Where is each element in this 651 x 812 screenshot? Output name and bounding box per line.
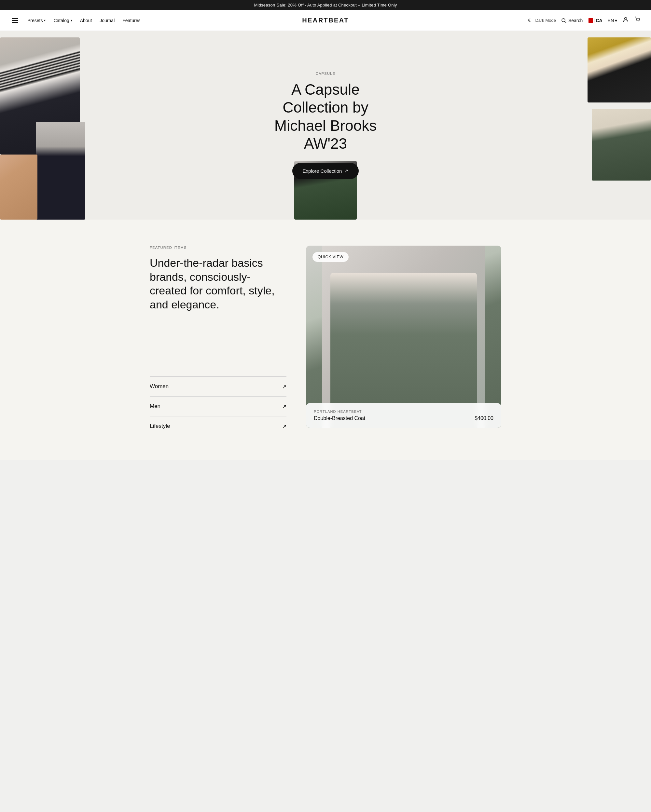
featured-section: FEATURED ITEMS Under-the-radar basics br… bbox=[0, 220, 651, 447]
featured-left: FEATURED ITEMS Under-the-radar basics br… bbox=[150, 246, 286, 436]
site-logo[interactable]: HEARTBEAT bbox=[302, 17, 348, 24]
nav-items: Presets ▾ Catalog ▾ About Journal Featur… bbox=[28, 18, 141, 23]
svg-point-3 bbox=[637, 21, 637, 22]
hero-image-man-hat bbox=[588, 37, 651, 102]
svg-rect-6 bbox=[396, 327, 411, 343]
search-button[interactable]: Search bbox=[561, 18, 583, 23]
about-label: About bbox=[80, 18, 92, 23]
dark-mode-toggle[interactable]: Dark Mode bbox=[528, 18, 556, 23]
lifestyle-label: Lifestyle bbox=[150, 423, 170, 429]
explore-collection-button[interactable]: Explore Collection ↗ bbox=[292, 163, 359, 179]
lang-label: EN bbox=[608, 18, 614, 23]
locale-selector[interactable]: CA bbox=[588, 18, 602, 23]
journal-label: Journal bbox=[99, 18, 115, 23]
search-label: Search bbox=[568, 18, 583, 23]
svg-point-13 bbox=[401, 370, 406, 375]
presets-chevron: ▾ bbox=[44, 18, 46, 22]
flag-icon bbox=[588, 18, 594, 23]
locale-label: CA bbox=[596, 18, 602, 23]
svg-point-2 bbox=[625, 18, 627, 20]
svg-point-15 bbox=[398, 340, 400, 343]
cart-button[interactable] bbox=[634, 16, 640, 24]
svg-point-12 bbox=[401, 359, 406, 363]
features-label: Features bbox=[122, 18, 140, 23]
featured-links: Women ↗ Men ↗ Lifestyle ↗ bbox=[150, 376, 286, 436]
announcement-bar: Midseason Sale: 20% Off · Auto Applied a… bbox=[0, 0, 651, 10]
nav-features[interactable]: Features bbox=[122, 18, 140, 23]
nav-about[interactable]: About bbox=[80, 18, 92, 23]
search-icon bbox=[561, 18, 566, 23]
hamburger-line bbox=[12, 20, 18, 21]
hamburger-menu[interactable] bbox=[11, 17, 20, 24]
nav-left: Presets ▾ Catalog ▾ About Journal Featur… bbox=[11, 17, 326, 24]
language-selector[interactable]: EN ▾ bbox=[608, 18, 617, 23]
cart-icon bbox=[634, 16, 640, 23]
men-label: Men bbox=[150, 403, 160, 410]
hero-image-man-dark bbox=[36, 122, 85, 220]
svg-point-9 bbox=[396, 302, 400, 305]
account-button[interactable] bbox=[622, 16, 629, 24]
product-name[interactable]: Double-Breasted Coat bbox=[314, 415, 365, 421]
svg-point-4 bbox=[639, 21, 639, 22]
hero-image-knit-green bbox=[592, 109, 651, 180]
product-info-bar: PORTLAND HEARTBEAT Double-Breasted Coat … bbox=[306, 403, 501, 428]
navigation: Presets ▾ Catalog ▾ About Journal Featur… bbox=[0, 10, 651, 31]
product-info-left: PORTLAND HEARTBEAT Double-Breasted Coat bbox=[314, 410, 365, 421]
quick-view-button[interactable]: QUICK VIEW bbox=[312, 252, 348, 262]
svg-point-11 bbox=[401, 348, 406, 352]
featured-link-lifestyle[interactable]: Lifestyle ↗ bbox=[150, 417, 286, 436]
hero-tag: CAPSULE bbox=[257, 72, 394, 75]
lifestyle-arrow: ↗ bbox=[282, 423, 286, 429]
announcement-text: Midseason Sale: 20% Off · Auto Applied a… bbox=[254, 3, 397, 8]
featured-title: Under-the-radar basics brands, conscious… bbox=[150, 256, 286, 311]
svg-point-8 bbox=[387, 285, 420, 326]
hamburger-line bbox=[12, 18, 18, 19]
nav-catalog[interactable]: Catalog ▾ bbox=[53, 18, 72, 23]
featured-inner: FEATURED ITEMS Under-the-radar basics br… bbox=[130, 246, 521, 436]
featured-tag: FEATURED ITEMS bbox=[150, 246, 286, 250]
featured-link-men[interactable]: Men ↗ bbox=[150, 397, 286, 417]
svg-point-10 bbox=[408, 302, 411, 305]
lang-chevron: ▾ bbox=[615, 18, 617, 23]
product-card: QUICK VIEW bbox=[306, 246, 501, 428]
hero-content: CAPSULE A Capsule Collection by Michael … bbox=[257, 72, 394, 179]
hero-title: A Capsule Collection by Michael Brooks A… bbox=[257, 81, 394, 153]
featured-right: QUICK VIEW bbox=[306, 246, 501, 428]
catalog-label: Catalog bbox=[53, 18, 69, 23]
hero-image-skin-texture bbox=[0, 154, 37, 220]
moon-icon bbox=[528, 18, 533, 23]
product-figure-svg bbox=[306, 246, 501, 428]
svg-line-1 bbox=[565, 21, 566, 23]
nav-journal[interactable]: Journal bbox=[99, 18, 115, 23]
svg-rect-7 bbox=[399, 317, 408, 328]
nav-right: Dark Mode Search CA EN ▾ bbox=[326, 16, 640, 24]
product-image bbox=[306, 246, 501, 428]
men-arrow: ↗ bbox=[282, 403, 286, 410]
women-arrow: ↗ bbox=[282, 383, 286, 390]
bottom-spacer bbox=[0, 447, 651, 460]
presets-label: Presets bbox=[28, 18, 43, 23]
nav-presets[interactable]: Presets ▾ bbox=[28, 18, 46, 23]
hero-section: CAPSULE A Capsule Collection by Michael … bbox=[0, 31, 651, 220]
featured-link-women[interactable]: Women ↗ bbox=[150, 377, 286, 397]
dark-mode-label: Dark Mode bbox=[535, 18, 556, 23]
account-icon bbox=[622, 16, 629, 23]
svg-point-14 bbox=[401, 382, 406, 386]
cta-label: Explore Collection bbox=[303, 168, 342, 174]
catalog-chevron: ▾ bbox=[70, 18, 72, 22]
women-label: Women bbox=[150, 383, 169, 390]
cta-arrow: ↗ bbox=[344, 168, 348, 173]
svg-rect-5 bbox=[322, 246, 485, 428]
product-price: $400.00 bbox=[475, 415, 494, 421]
hamburger-line bbox=[12, 22, 18, 23]
svg-point-16 bbox=[408, 340, 410, 343]
product-brand: PORTLAND HEARTBEAT bbox=[314, 410, 365, 414]
